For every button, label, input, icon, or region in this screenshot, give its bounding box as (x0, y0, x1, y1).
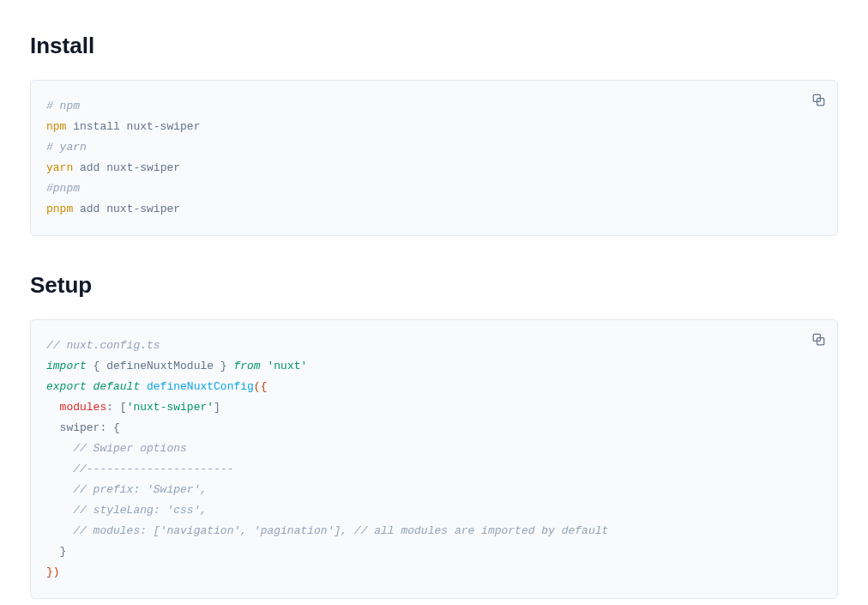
code-keyword: from (233, 360, 260, 372)
code-string: 'nuxt' (261, 360, 308, 372)
setup-section: Setup // nuxt.config.ts import { defineN… (30, 272, 838, 599)
code-comment: // Swiper options (46, 442, 187, 455)
install-codeblock: # npm npm install nuxt-swiper # yarn yar… (30, 80, 838, 236)
copy-button[interactable] (808, 329, 829, 349)
setup-code: // nuxt.config.ts import { defineNuxtMod… (46, 336, 822, 583)
code-cmd: npm (46, 120, 66, 133)
code-keyword: import (46, 360, 87, 372)
setup-heading: Setup (30, 272, 838, 299)
setup-codeblock: // nuxt.config.ts import { defineNuxtMod… (30, 319, 838, 599)
code-cmd: pnpm (46, 203, 73, 215)
copy-button[interactable] (808, 89, 829, 110)
install-section: Install # npm npm install nuxt-swiper # … (30, 33, 838, 236)
code-text: : [ (106, 401, 126, 414)
code-text: ] (214, 401, 220, 414)
code-text: swiper: { (46, 421, 120, 434)
code-comment: //---------------------- (46, 463, 233, 475)
copy-icon (812, 333, 825, 346)
code-text: { defineNuxtModule } (87, 360, 234, 372)
code-keyword: default (87, 380, 140, 393)
code-prop: modules (46, 401, 106, 414)
code-comment: # yarn (46, 141, 87, 154)
code-comment: #pnpm (46, 182, 80, 195)
code-text: add nuxt-swiper (73, 161, 180, 174)
code-cmd: yarn (46, 161, 73, 174)
code-op: }) (46, 566, 60, 578)
code-op: ({ (254, 380, 268, 393)
code-fn: defineNuxtConfig (140, 380, 254, 393)
copy-icon (812, 94, 825, 106)
code-comment: // prefix: 'Swiper', (46, 483, 207, 496)
code-text: add nuxt-swiper (73, 203, 180, 215)
code-string: 'nuxt-swiper' (127, 401, 214, 414)
code-comment: // modules: ['navigation', 'pagination']… (46, 524, 608, 537)
code-comment: # npm (46, 100, 80, 112)
install-heading: Install (30, 33, 838, 59)
code-comment: // styleLang: 'css', (46, 504, 207, 517)
code-comment: // nuxt.config.ts (46, 339, 160, 352)
code-text: install nuxt-swiper (66, 120, 200, 133)
code-keyword: export (46, 380, 87, 393)
install-code: # npm npm install nuxt-swiper # yarn yar… (46, 96, 822, 220)
code-text: } (46, 545, 66, 558)
